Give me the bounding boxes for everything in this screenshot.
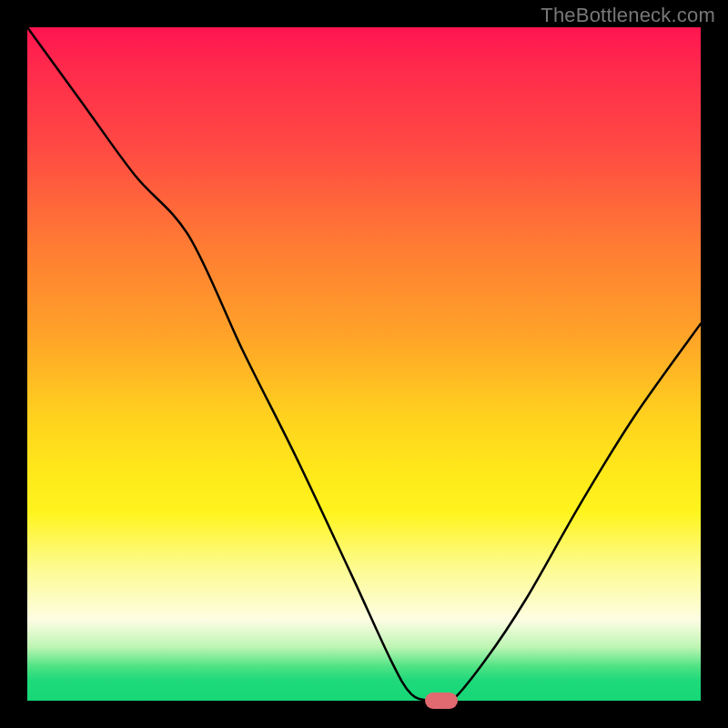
bottleneck-curve — [27, 27, 701, 701]
watermark-text: TheBottleneck.com — [541, 4, 715, 27]
plot-area — [27, 27, 701, 701]
optimal-marker — [425, 693, 458, 709]
chart-frame: TheBottleneck.com — [0, 0, 728, 728]
